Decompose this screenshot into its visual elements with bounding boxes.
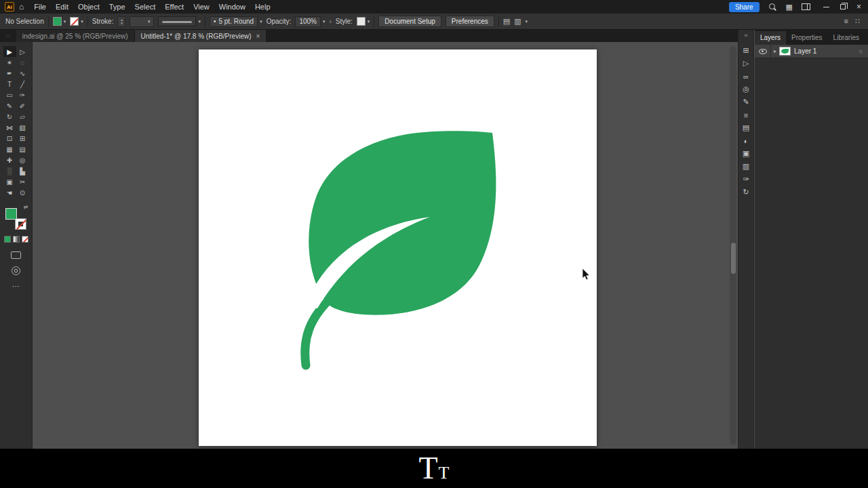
menu-select[interactable]: Select [130,0,161,14]
edit-toolbar-icon[interactable]: ⋯ [12,282,20,291]
shape-builder-tool[interactable]: ⊡ [3,133,16,144]
eyedropper-tool[interactable]: ✚ [3,155,16,165]
direct-selection-tool[interactable]: ▷ [16,46,29,57]
transparency-panel-icon[interactable]: ◐ [739,134,753,147]
scale-tool[interactable]: ▱ [16,111,29,122]
magic-wand-tool[interactable]: ✶ [3,57,16,68]
shaper-tool[interactable]: ✎ [3,100,16,111]
blend-tool[interactable]: ◎ [16,155,29,165]
fill-color-dropdown[interactable]: ▾ [53,17,66,26]
none-button[interactable] [22,236,28,243]
restore-icon[interactable] [840,4,846,9]
stroke-color-dropdown[interactable]: ▾ [70,17,83,26]
fill-color-box[interactable] [5,208,17,220]
symbols-panel-icon[interactable]: ▣ [739,147,753,160]
arrange-documents-icon[interactable] [802,3,810,10]
pencil-tool[interactable]: ✐ [16,100,29,111]
menu-effect[interactable]: Effect [160,0,189,14]
illustrator-app-icon[interactable]: Ai [5,2,14,12]
tab-untitled-1[interactable]: Untitled-1* @ 17.8 % (RGB/Preview) × [135,30,267,42]
layer-row[interactable]: ▸ Layer 1 ○ [755,45,868,58]
color-button[interactable] [4,236,11,243]
gradient-panel-icon[interactable]: ▤ [739,121,753,134]
align-icon[interactable]: ▤ [503,17,510,26]
menu-file[interactable]: File [29,0,51,14]
stroke-panel-icon[interactable]: ≡ [739,108,753,121]
menu-type[interactable]: Type [104,0,130,14]
distribute-icon[interactable]: ▥ [514,17,521,26]
leaf-artwork[interactable] [199,49,597,446]
scrollbar-thumb[interactable] [731,243,736,274]
curvature-tool[interactable]: ∿ [16,68,29,79]
dock-options-icon[interactable]: ∷ [855,17,860,26]
column-graph-tool[interactable]: ▙ [16,165,29,176]
swatches-panel-icon[interactable]: ▥ [739,160,753,173]
stroke-color-box[interactable] [15,218,26,230]
layer-thumbnail[interactable] [779,47,791,56]
width-tool[interactable]: ⋈ [3,122,16,133]
menu-window[interactable]: Window [214,0,250,14]
links-panel-icon[interactable]: ∞ [739,70,753,83]
opacity-dropdown[interactable]: 100% ▾ [295,16,325,27]
swap-fill-stroke-icon[interactable]: ⇄ [24,204,28,210]
color-panel-icon[interactable]: ◎ [739,83,753,96]
asset-export-panel-icon[interactable]: ▷ [739,57,753,70]
hand-tool[interactable]: ☚ [3,187,16,198]
rectangle-tool[interactable]: ▭ [3,89,16,100]
screen-mode-icon[interactable] [12,266,20,275]
slice-tool[interactable]: ✂ [16,176,29,187]
type-tool[interactable]: T [3,79,16,89]
drawing-mode-icon[interactable] [11,251,21,259]
layer-name[interactable]: Layer 1 [794,47,816,55]
menu-object[interactable]: Object [73,0,104,14]
menu-view[interactable]: View [189,0,214,14]
eye-icon[interactable] [759,49,767,54]
style-dropdown[interactable]: ▾ [357,17,370,26]
menu-help[interactable]: Help [250,0,275,14]
artboard-tool[interactable]: ▣ [3,176,16,187]
history-panel-icon[interactable]: ↻ [739,186,753,199]
stroke-weight-stepper[interactable]: ▴ ▾ [117,16,125,27]
fill-swatch[interactable] [53,17,62,26]
gradient-tool[interactable]: ▤ [16,144,29,155]
close-tab-icon[interactable]: × [256,33,260,40]
free-transform-tool[interactable]: ▧ [16,122,29,133]
brush-definition-value[interactable]: • 5 pt. Round [210,16,258,27]
share-button[interactable]: Share [729,2,760,12]
artboard[interactable] [199,49,597,446]
minimize-icon[interactable] [823,7,829,7]
symbol-sprayer-tool[interactable]: ░ [3,165,16,176]
line-segment-tool[interactable]: ╱ [16,79,29,89]
rotate-tool[interactable]: ↻ [3,111,16,122]
preferences-button[interactable]: Preferences [446,16,494,27]
appearance-panel-icon[interactable]: ✎ [739,96,753,108]
style-swatch[interactable] [357,17,366,26]
target-circle-icon[interactable]: ○ [859,48,863,55]
selection-tool[interactable]: ▶ [3,46,16,57]
expand-layer-icon[interactable]: ▸ [771,48,779,54]
paintbrush-tool[interactable]: ✑ [16,89,29,100]
brush-definition-dropdown[interactable]: • 5 pt. Round ▾ [210,16,262,27]
stroke-weight-dropdown[interactable]: ▾ [130,16,154,27]
stroke-swatch-none[interactable] [70,17,79,26]
mesh-tool[interactable]: ▦ [3,144,16,155]
opacity-value[interactable]: 100% [295,16,321,27]
visibility-cell[interactable] [755,45,771,58]
search-icon[interactable] [768,3,777,12]
width-profile-dropdown[interactable]: ▾ [158,16,201,26]
collapse-panels-icon[interactable]: « [744,32,747,39]
chevron-right-icon[interactable]: › [329,18,331,25]
close-window-icon[interactable]: × [856,0,861,14]
canvas[interactable] [33,42,738,449]
tab-libraries[interactable]: Libraries [828,31,865,45]
menu-edit[interactable]: Edit [51,0,73,14]
tab-indesign-ai[interactable]: indesign.ai @ 25 % (RGB/Preview) [16,30,135,42]
lasso-tool[interactable]: ◌ [16,57,29,68]
panel-menu-icon[interactable]: ≡ [844,17,848,26]
home-icon[interactable]: ⌂ [19,0,24,14]
pen-tool[interactable]: ✒ [3,68,16,79]
tab-overflow-icon[interactable]: ∷ [0,33,16,39]
vertical-scrollbar[interactable] [730,46,736,445]
document-setup-button[interactable]: Document Setup [378,16,441,27]
tab-properties[interactable]: Properties [786,31,828,45]
